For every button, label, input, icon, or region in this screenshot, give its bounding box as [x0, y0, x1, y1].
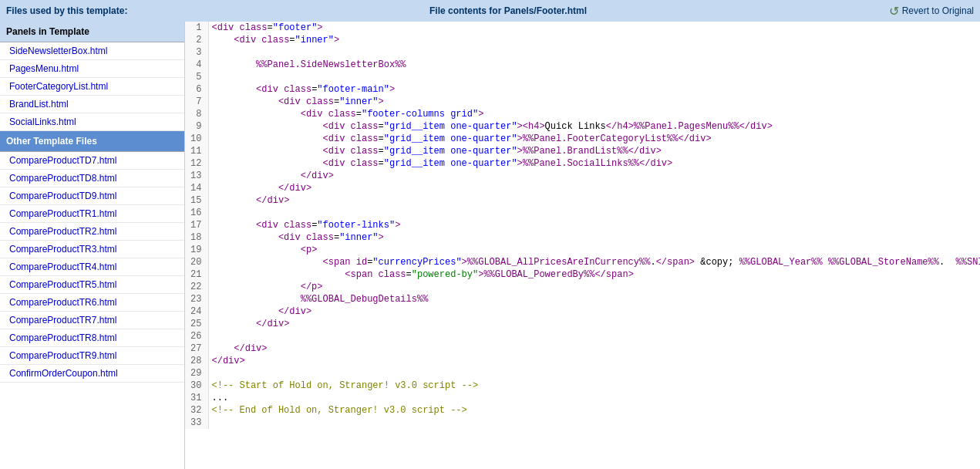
line-number: 6 — [185, 83, 208, 96]
sidebar-other-item[interactable]: CompareProductTR9.html — [0, 347, 184, 365]
line-content: <!-- Start of Hold on, Stranger! v3.0 sc… — [208, 380, 980, 392]
code-table: 1<div class="footer">2 <div class="inner… — [185, 22, 980, 429]
table-row: 22 </p> — [185, 281, 980, 293]
line-number: 8 — [185, 108, 208, 120]
line-content: <div class="footer-main"> — [208, 83, 980, 96]
line-content — [208, 417, 980, 429]
table-row: 18 <div class="inner"> — [185, 231, 980, 244]
line-number: 17 — [185, 219, 208, 231]
line-content: </div> — [208, 355, 980, 367]
sidebar-other-item[interactable]: CompareProductTD7.html — [0, 152, 184, 170]
table-row: 12 <div class="grid__item one-quarter">%… — [185, 157, 980, 170]
sidebar-panel-item[interactable]: BrandList.html — [0, 96, 184, 113]
line-number: 26 — [185, 330, 208, 342]
line-content: <div class="grid__item one-quarter">%%Pa… — [208, 133, 980, 145]
line-content — [208, 367, 980, 380]
line-number: 27 — [185, 342, 208, 355]
line-content: ... — [208, 392, 980, 404]
table-row: 25 </div> — [185, 318, 980, 330]
sidebar-other-item[interactable]: CompareProductTR1.html — [0, 205, 184, 223]
top-bar: Files used by this template: File conten… — [0, 0, 980, 22]
table-row: 27 </div> — [185, 342, 980, 355]
line-number: 24 — [185, 305, 208, 318]
code-editor[interactable]: 1<div class="footer">2 <div class="inner… — [185, 22, 980, 469]
main-layout: Panels in Template SideNewsletterBox.htm… — [0, 22, 980, 469]
line-content: <div class="grid__item one-quarter"><h4>… — [208, 120, 980, 133]
table-row: 20 <span id="currencyPrices">%%GLOBAL_Al… — [185, 256, 980, 268]
line-content — [208, 46, 980, 59]
sidebar-other-item[interactable]: ConfirmOrderCoupon.html — [0, 365, 184, 383]
line-content: </div> — [208, 305, 980, 318]
line-content: <p> — [208, 244, 980, 256]
line-number: 33 — [185, 417, 208, 429]
line-content: <div class="inner"> — [208, 231, 980, 244]
table-row: 8 <div class="footer-columns grid"> — [185, 108, 980, 120]
table-row: 13 </div> — [185, 170, 980, 182]
sidebar-other-item[interactable]: CompareProductTR8.html — [0, 329, 184, 347]
line-number: 11 — [185, 145, 208, 157]
line-content: <div class="footer"> — [208, 22, 980, 34]
sidebar-other-item[interactable]: CompareProductTR5.html — [0, 276, 184, 294]
line-content: <span id="currencyPrices">%%GLOBAL_AllPr… — [208, 256, 980, 268]
table-row: 7 <div class="inner"> — [185, 96, 980, 108]
line-content: </div> — [208, 194, 980, 207]
table-row: 10 <div class="grid__item one-quarter">%… — [185, 133, 980, 145]
table-row: 17 <div class="footer-links"> — [185, 219, 980, 231]
line-content: </div> — [208, 170, 980, 182]
line-number: 13 — [185, 170, 208, 182]
line-content — [208, 330, 980, 342]
line-number: 15 — [185, 194, 208, 207]
line-number: 1 — [185, 22, 208, 34]
line-number: 31 — [185, 392, 208, 404]
line-content: <div class="grid__item one-quarter">%%Pa… — [208, 145, 980, 157]
line-number: 2 — [185, 34, 208, 46]
line-number: 19 — [185, 244, 208, 256]
line-content: </div> — [208, 182, 980, 194]
table-row: 33 — [185, 417, 980, 429]
table-row: 11 <div class="grid__item one-quarter">%… — [185, 145, 980, 157]
sidebar-other-item[interactable]: CompareProductTD8.html — [0, 170, 184, 187]
sidebar-panel-item[interactable]: SideNewsletterBox.html — [0, 42, 184, 60]
sidebar-other-item[interactable]: CompareProductTR4.html — [0, 258, 184, 276]
line-number: 5 — [185, 71, 208, 83]
panels-list: SideNewsletterBox.htmlPagesMenu.htmlFoot… — [0, 42, 184, 131]
line-number: 28 — [185, 355, 208, 367]
table-row: 15 </div> — [185, 194, 980, 207]
line-content: <div class="inner"> — [208, 34, 980, 46]
table-row: 1<div class="footer"> — [185, 22, 980, 34]
line-number: 7 — [185, 96, 208, 108]
table-row: 5 — [185, 71, 980, 83]
table-row: 29 — [185, 367, 980, 380]
line-content: </div> — [208, 342, 980, 355]
line-number: 14 — [185, 182, 208, 194]
line-content: <div class="grid__item one-quarter">%%Pa… — [208, 157, 980, 170]
line-content: %%Panel.SideNewsletterBox%% — [208, 59, 980, 71]
line-number: 9 — [185, 120, 208, 133]
sidebar-panel-item[interactable]: PagesMenu.html — [0, 60, 184, 78]
sidebar-other-item[interactable]: CompareProductTR3.html — [0, 241, 184, 258]
sidebar-other-item[interactable]: CompareProductTR6.html — [0, 294, 184, 312]
sidebar: Panels in Template SideNewsletterBox.htm… — [0, 22, 185, 469]
line-content: %%GLOBAL_DebugDetails%% — [208, 293, 980, 305]
sidebar-panel-item[interactable]: FooterCategoryList.html — [0, 78, 184, 96]
line-number: 21 — [185, 268, 208, 281]
sidebar-other-item[interactable]: CompareProductTD9.html — [0, 187, 184, 205]
line-content: <!-- End of Hold on, Stranger! v3.0 scri… — [208, 404, 980, 417]
line-content: <div class="inner"> — [208, 96, 980, 108]
table-row: 28</div> — [185, 355, 980, 367]
sidebar-other-item[interactable]: CompareProductTR7.html — [0, 312, 184, 329]
line-content: </div> — [208, 318, 980, 330]
sidebar-other-item[interactable]: CompareProductTR2.html — [0, 223, 184, 241]
line-number: 3 — [185, 46, 208, 59]
table-row: 26 — [185, 330, 980, 342]
revert-button[interactable]: ↺ Revert to Original — [889, 4, 974, 19]
file-contents-label: File contents for Panels/Footer.html — [127, 5, 888, 16]
table-row: 16 — [185, 207, 980, 219]
table-row: 32<!-- End of Hold on, Stranger! v3.0 sc… — [185, 404, 980, 417]
line-number: 4 — [185, 59, 208, 71]
line-content — [208, 207, 980, 219]
sidebar-panel-item[interactable]: SocialLinks.html — [0, 113, 184, 131]
line-number: 30 — [185, 380, 208, 392]
table-row: 31... — [185, 392, 980, 404]
line-content: <span class="powered-by">%%GLOBAL_Powere… — [208, 268, 980, 281]
